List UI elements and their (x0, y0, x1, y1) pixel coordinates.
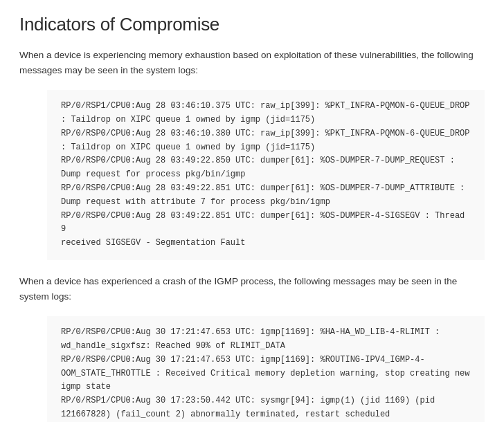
intro-paragraph: When a device is experiencing memory exh… (19, 48, 485, 77)
page-title: Indicators of Compromise (19, 14, 485, 35)
code-block-1: RP/0/RSP1/CPU0:Aug 28 03:46:10.375 UTC: … (47, 90, 485, 260)
code-block-2: RP/0/RSP0/CPU0:Aug 30 17:21:47.653 UTC: … (47, 316, 485, 422)
second-paragraph: When a device has experienced a crash of… (19, 274, 485, 304)
